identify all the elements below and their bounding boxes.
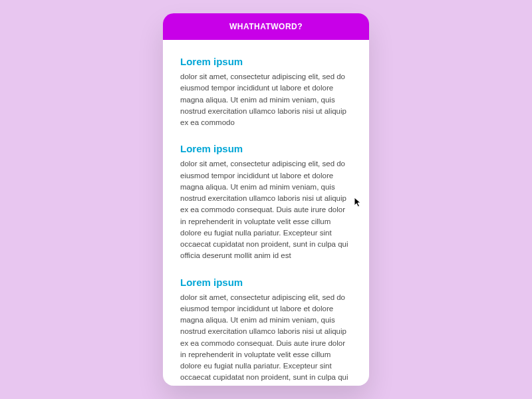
section-heading: Lorem ipsum [180, 277, 352, 288]
app-header: WHATHATWORD? [163, 13, 369, 40]
article-section: Lorem ipsum dolor sit amet, consectetur … [180, 143, 352, 261]
app-title: WHATHATWORD? [229, 22, 303, 31]
section-heading: Lorem ipsum [180, 143, 352, 154]
section-heading: Lorem ipsum [180, 56, 352, 67]
scroll-content[interactable]: Lorem ipsum dolor sit amet, consectetur … [163, 40, 369, 386]
app-card: WHATHATWORD? Lorem ipsum dolor sit amet,… [163, 13, 369, 386]
section-body: dolor sit amet, consectetur adipiscing e… [180, 292, 352, 386]
article-section: Lorem ipsum dolor sit amet, consectetur … [180, 56, 352, 128]
section-body: dolor sit amet, consectetur adipiscing e… [180, 158, 352, 261]
section-body: dolor sit amet, consectetur adipiscing e… [180, 71, 352, 128]
article-section: Lorem ipsum dolor sit amet, consectetur … [180, 277, 352, 386]
